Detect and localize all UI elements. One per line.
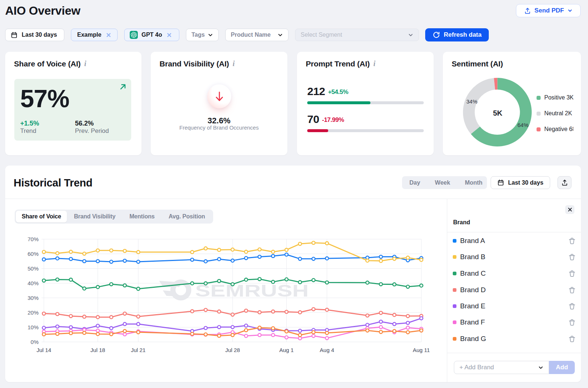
svg-text:5K: 5K	[493, 109, 503, 117]
svg-text:64%: 64%	[517, 122, 528, 128]
svg-text:34%: 34%	[466, 98, 477, 105]
